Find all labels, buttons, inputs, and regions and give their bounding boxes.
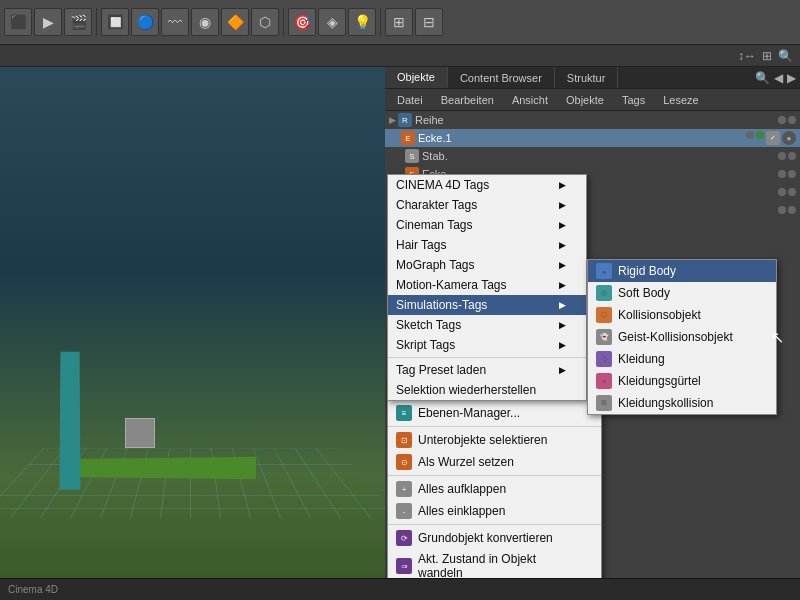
toolbar-icon-2[interactable]: 🎬	[64, 8, 92, 36]
tree-arrow-reihe: ▶	[389, 115, 396, 125]
menu-ansicht[interactable]: Ansicht	[504, 92, 556, 108]
toolbar-icon-11[interactable]: 💡	[348, 8, 376, 36]
ctx-item-root[interactable]: ⊙ Als Wurzel setzen	[388, 451, 601, 473]
tree-label-ecke3: Ecke.	[422, 204, 450, 216]
toolbar-sep-1	[96, 8, 97, 36]
viewport-icon-arrows[interactable]: ↕↔	[735, 49, 759, 63]
tree-row-stab2[interactable]: S Stab.	[385, 183, 800, 201]
tree-row-stab3[interactable]: S Stab.	[385, 219, 800, 237]
toolbar-icon-3[interactable]: 🔲	[101, 8, 129, 36]
sub-icon-belt: ≡	[596, 373, 612, 389]
tree-icon-stab3: S	[405, 221, 419, 235]
ctx-item-expand[interactable]: + Alles aufklappen	[388, 478, 601, 500]
tree-row-ecke4[interactable]: E Ecke.	[385, 237, 800, 255]
toolbar-icon-7[interactable]: 🔶	[221, 8, 249, 36]
viewport-icon-expand[interactable]: ⊞	[759, 49, 775, 63]
ctx-item-convert[interactable]: ⟳ Grundobjekt konvertieren	[388, 527, 601, 549]
toolbar-icon-4[interactable]: 🔵	[131, 8, 159, 36]
panel-nav-right[interactable]: ▶	[787, 71, 796, 85]
menu-objekte[interactable]: Objekte	[558, 92, 612, 108]
toolbar-icon-10[interactable]: ◈	[318, 8, 346, 36]
panel-tab-bar: Objekte Content Browser Struktur 🔍 ◀ ▶	[385, 67, 800, 89]
tab-struktur[interactable]: Struktur	[555, 67, 619, 88]
ctx-item-kleidungskoll[interactable]: ⊞ Kleidungskollision	[588, 392, 776, 414]
ctx-icon-layer: ≡	[396, 383, 412, 399]
tree-dots-reihe	[778, 116, 796, 124]
toolbar-icon-8[interactable]: ⬡	[251, 8, 279, 36]
tree-row-ecke3[interactable]: E Ecke.	[385, 201, 800, 219]
tree-icon-szene: Sz	[398, 293, 412, 307]
ctx-label-kleidungsgurtel: Kleidungsgürtel	[618, 374, 701, 388]
ctx-item-kleidung[interactable]: ◇ Kleidung	[588, 348, 776, 370]
tree-dots-stab2	[778, 188, 796, 196]
ctx-sep-main-1	[388, 357, 586, 358]
toolbar-icon-12[interactable]: ⊞	[385, 8, 413, 36]
panel-search-icon[interactable]: 🔍	[755, 71, 770, 85]
toolbar-icon-9[interactable]: 🎯	[288, 8, 316, 36]
tab-objekte[interactable]: Objekte	[385, 67, 448, 88]
ctx-item-new-layer[interactable]: ≡ Zu neuer Ebene hinzufügen	[388, 380, 601, 402]
menu-leseze[interactable]: Leseze	[655, 92, 706, 108]
tree-row-szene[interactable]: ▶ Sz Szene	[385, 291, 800, 309]
tree-label-stab1: Stab.	[422, 150, 448, 162]
sub-icon-clothcoll: ⊞	[596, 395, 612, 411]
viewport-icon-search[interactable]: 🔍	[775, 49, 796, 63]
ctx-sep-3	[388, 524, 601, 525]
ctx-icon-collapse: -	[396, 503, 412, 519]
toolbar-icon-5[interactable]: 〰	[161, 8, 189, 36]
context-menu-lower[interactable]: ≡ Zu neuer Ebene hinzufügen ≡ Ebenen-Man…	[387, 379, 602, 578]
tree-label-kugel: Kugel	[422, 276, 450, 288]
tree-row-stab1[interactable]: S Stab.	[385, 147, 800, 165]
3d-green-bar	[65, 457, 256, 479]
object-tree[interactable]: ▶ R Reihe E Ecke.1 ✓ ●	[385, 111, 800, 578]
tab-content-browser[interactable]: Content Browser	[448, 67, 555, 88]
toolbar-icon-13[interactable]: ⊟	[415, 8, 443, 36]
status-text: Cinema 4D	[8, 584, 58, 595]
ctx-label-new-layer: Zu neuer Ebene hinzufügen	[418, 384, 566, 398]
menu-tags[interactable]: Tags	[614, 92, 653, 108]
dot1	[778, 152, 786, 160]
tree-label-stab4: Stab.	[422, 258, 448, 270]
tag-icon: ✓	[766, 131, 780, 145]
tree-label-ecke1: Ecke.1	[418, 132, 452, 144]
ctx-item-layer-mgr[interactable]: ≡ Ebenen-Manager...	[388, 402, 601, 424]
ctx-icon-subsel: ⊡	[396, 432, 412, 448]
tree-icon-stab1: S	[405, 149, 419, 163]
tree-icon-ecke3: E	[405, 203, 419, 217]
tree-icon-licht: 💡	[405, 329, 419, 343]
tree-row-licht[interactable]: 💡 Licht	[385, 327, 800, 345]
tree-label-stab2: Stab.	[422, 186, 448, 198]
menu-datei[interactable]: Datei	[389, 92, 431, 108]
ctx-item-tag-preset[interactable]: Tag Preset laden ▶	[388, 360, 586, 380]
tree-row-stab4[interactable]: S Stab.	[385, 255, 800, 273]
ctx-item-toobj[interactable]: ⇒ Akt. Zustand in Objekt wandeln	[388, 549, 601, 578]
panel-nav-left[interactable]: ◀	[774, 71, 783, 85]
ctx-item-selektion[interactable]: Selektion wiederherstellen	[388, 380, 586, 400]
tree-icon-stab2: S	[405, 185, 419, 199]
ctx-label-expand: Alles aufklappen	[418, 482, 506, 496]
tree-icon-ecke1: E	[401, 131, 415, 145]
ctx-label-layer-mgr: Ebenen-Manager...	[418, 406, 520, 420]
ctx-icon-layermgr: ≡	[396, 405, 412, 421]
tree-row-boden[interactable]: B Boden	[385, 309, 800, 327]
3d-teal-bar	[60, 352, 81, 490]
tree-icon-stab4: S	[405, 257, 419, 271]
toolbar-icon-1[interactable]: ▶	[34, 8, 62, 36]
main-toolbar: ⬛ ▶ 🎬 🔲 🔵 〰 ◉ 🔶 ⬡ 🎯 ◈ 💡 ⊞ ⊟	[0, 0, 800, 45]
viewport-toolbar: ↕↔ ⊞ 🔍	[0, 45, 800, 67]
ctx-item-sub-sel[interactable]: ⊡ Unterobjekte selektieren	[388, 429, 601, 451]
tree-dots-ecke2	[778, 170, 796, 178]
toolbar-icon-0[interactable]: ⬛	[4, 8, 32, 36]
tree-row-kugel[interactable]: ● Kugel	[385, 273, 800, 291]
tree-label-ecke2: Ecke.	[422, 168, 450, 180]
tree-row-ecke2[interactable]: E Ecke.	[385, 165, 800, 183]
tree-row-ecke1[interactable]: E Ecke.1 ✓ ●	[385, 129, 800, 147]
menu-bearbeiten[interactable]: Bearbeiten	[433, 92, 502, 108]
ctx-item-collapse[interactable]: - Alles einklappen	[388, 500, 601, 522]
toolbar-icon-6[interactable]: ◉	[191, 8, 219, 36]
status-bar: Cinema 4D	[0, 578, 800, 600]
tree-label-licht: Licht	[422, 330, 445, 342]
viewport-3d[interactable]	[0, 67, 385, 578]
ctx-item-kleidungsgurtel[interactable]: ≡ Kleidungsgürtel	[588, 370, 776, 392]
tree-row-reihe[interactable]: ▶ R Reihe	[385, 111, 800, 129]
